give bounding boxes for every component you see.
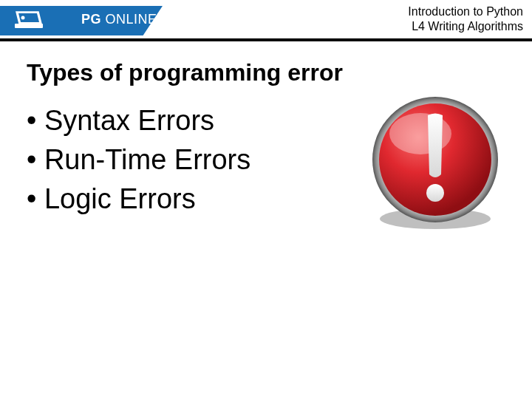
slide-header: PG ONLINE Introduction to Python L4 Writ… xyxy=(0,0,532,41)
slide-content: Types of programming error Syntax Errors… xyxy=(0,41,532,399)
course-line-2: L4 Writing Algorithms xyxy=(408,19,523,34)
brand-text: PG ONLINE xyxy=(81,12,157,27)
course-line-1: Introduction to Python xyxy=(408,4,523,19)
brand-pg: PG xyxy=(81,12,101,27)
svg-rect-0 xyxy=(15,24,43,28)
svg-point-6 xyxy=(426,184,444,202)
brand-online: ONLINE xyxy=(101,12,157,27)
slide-title: Types of programming error xyxy=(27,59,505,86)
laptop-icon xyxy=(13,10,44,31)
exclamation-icon xyxy=(365,93,505,233)
course-info: Introduction to Python L4 Writing Algori… xyxy=(408,4,523,34)
svg-point-1 xyxy=(21,16,25,20)
